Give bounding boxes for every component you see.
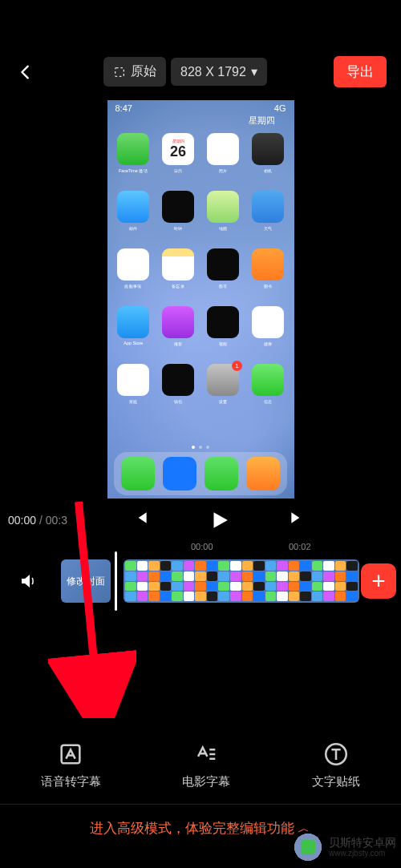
phone-time: 8:47: [115, 103, 132, 113]
app-icon: 家庭: [117, 364, 149, 407]
app-icon: App Store: [117, 306, 149, 349]
app-icon: 股市: [207, 248, 239, 292]
crop-icon: [113, 66, 126, 79]
app-icon: 钱包: [162, 364, 194, 407]
aspect-ratio-label: 原始: [131, 63, 156, 80]
timeline-row: 修改封面 +: [0, 556, 401, 603]
app-icon: 天气: [252, 191, 284, 234]
voice-subtitle-icon: [57, 741, 84, 768]
movie-subtitle-icon: [192, 741, 220, 768]
app-icon: 时钟: [162, 191, 194, 234]
top-bar: 原始 828 X 1792 ▾ 导出: [0, 0, 401, 100]
app-icon: 健康: [252, 306, 284, 349]
export-button[interactable]: 导出: [334, 56, 387, 87]
video-track[interactable]: +: [119, 559, 401, 603]
prev-button[interactable]: [133, 510, 149, 526]
app-icon: 播客: [162, 306, 194, 349]
play-button[interactable]: [209, 510, 229, 531]
app-icon: 相机: [252, 133, 284, 176]
chevron-down-icon: ▾: [251, 64, 257, 79]
page-dots: [192, 446, 209, 449]
tool-text-sticker[interactable]: 文字贴纸: [312, 741, 360, 789]
player-bar: 00:00 / 00:3: [0, 499, 401, 542]
top-center-controls: 原始 828 X 1792 ▾: [103, 57, 267, 87]
phone-network: 4G: [274, 103, 286, 113]
next-button[interactable]: [289, 510, 305, 526]
add-clip-button[interactable]: +: [361, 563, 396, 599]
app-icon: 邮件: [117, 191, 149, 234]
app-icon: 图书: [252, 248, 284, 292]
watermark: 贝斯特安卓网 www.zjbsty.com: [292, 831, 396, 863]
watermark-logo: [292, 831, 324, 863]
chevron-left-icon: [17, 63, 34, 81]
tool-movie-subtitle[interactable]: 电影字幕: [182, 741, 230, 789]
tool-voice-subtitle[interactable]: 语音转字幕: [41, 741, 101, 789]
phone-weekday: 星期四: [249, 115, 275, 127]
volume-icon: [18, 571, 38, 591]
time-display: 00:00 / 00:3: [5, 514, 82, 527]
back-button[interactable]: [14, 61, 37, 83]
app-icon: 提醒事项: [117, 248, 149, 292]
app-icon: 星期四26日历: [162, 133, 194, 176]
phone-dock: [114, 452, 287, 495]
app-icon: 视频: [207, 306, 239, 349]
playhead[interactable]: [115, 551, 117, 611]
app-icon: 备忘录: [162, 248, 194, 292]
mute-button[interactable]: [3, 571, 53, 591]
svg-rect-0: [115, 67, 124, 76]
phone-screen-preview: 8:47 4G 星期四 FaceTime 通话星期四26日历照片相机邮件时钟地图…: [107, 100, 294, 499]
video-preview[interactable]: 8:47 4G 星期四 FaceTime 通话星期四26日历照片相机邮件时钟地图…: [0, 100, 401, 499]
aspect-ratio-button[interactable]: 原始: [103, 57, 166, 87]
cover-thumbnail[interactable]: 修改封面: [61, 559, 111, 603]
video-clip[interactable]: [124, 559, 359, 603]
app-icon: 1设置: [207, 364, 239, 407]
app-icon: 地图: [207, 191, 239, 234]
app-icon: FaceTime 通话: [117, 133, 149, 176]
resolution-value: 828 X 1792: [180, 65, 246, 79]
timeline-ruler[interactable]: 00:00 00:02: [0, 542, 401, 556]
app-icon: 照片: [207, 133, 239, 176]
text-sticker-icon: [322, 741, 350, 768]
resolution-dropdown[interactable]: 828 X 1792 ▾: [171, 58, 267, 86]
app-icon: 信息: [252, 364, 284, 407]
tool-row: 语音转字幕 电影字幕 文字贴纸: [0, 741, 401, 789]
